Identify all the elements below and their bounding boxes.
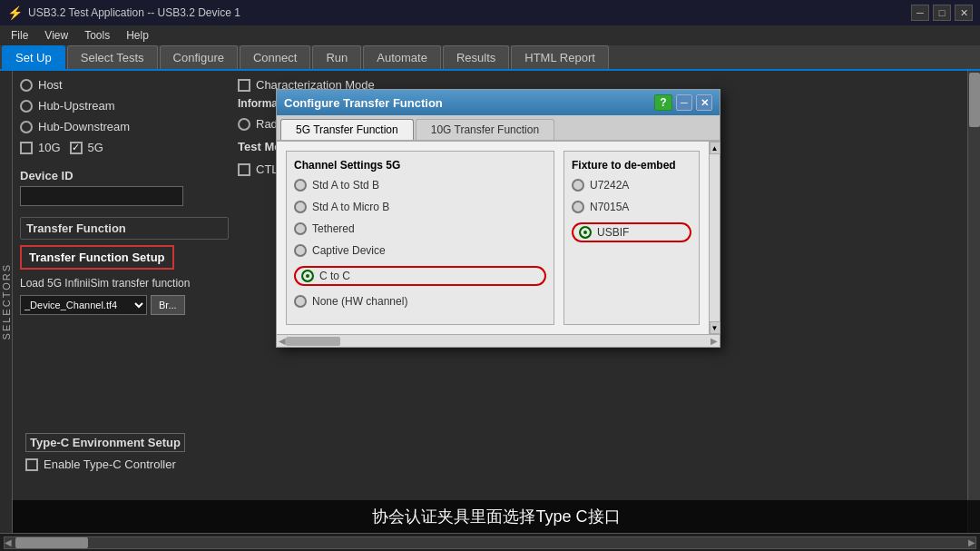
radio-captive-device bbox=[294, 244, 307, 257]
modal-body-wrapper: Channel Settings 5G Std A to Std B Std A… bbox=[277, 142, 720, 334]
radio-usbif bbox=[579, 226, 592, 239]
fixture-option-n7015a[interactable]: N7015A bbox=[572, 201, 691, 213]
horizontal-scrollbar[interactable]: ◀ ▶ bbox=[4, 536, 976, 549]
label-usbif: USBIF bbox=[597, 226, 629, 239]
titlebar: ⚡ USB3.2 Test Application -- USB3.2 Devi… bbox=[0, 0, 980, 25]
radio-none bbox=[294, 295, 307, 308]
modal-scroll-track bbox=[710, 154, 720, 321]
minimize-window-btn[interactable]: ─ bbox=[911, 5, 929, 21]
app-icon: ⚡ bbox=[7, 5, 23, 20]
tab-html-report[interactable]: HTML Report bbox=[511, 45, 609, 69]
menu-file[interactable]: File bbox=[4, 27, 35, 44]
tab-setup[interactable]: Set Up bbox=[2, 45, 65, 69]
window-title: USB3.2 Test Application -- USB3.2 Device… bbox=[28, 6, 906, 19]
modal-close-btn[interactable]: ✕ bbox=[696, 94, 712, 111]
label-n7015a: N7015A bbox=[590, 201, 629, 213]
modal-hscroll-thumb bbox=[286, 337, 340, 346]
maximize-window-btn[interactable]: □ bbox=[933, 5, 951, 21]
modal-hscroll-right-btn[interactable]: ▶ bbox=[710, 336, 718, 346]
modal-scrollbar[interactable]: ▲ ▼ bbox=[709, 142, 720, 334]
modal-dialog: Configure Transfer Function ? ─ ✕ 5G Tra… bbox=[276, 89, 720, 348]
menu-tools[interactable]: Tools bbox=[77, 27, 117, 44]
modal-scroll-up-btn[interactable]: ▲ bbox=[710, 142, 720, 154]
window-controls: ─ □ ✕ bbox=[911, 5, 973, 21]
radio-n7015a bbox=[572, 201, 584, 213]
fixture-title: Fixture to de-embed bbox=[572, 159, 691, 172]
channel-option-tethered[interactable]: Tethered bbox=[294, 222, 546, 235]
fixture-option-u7242a[interactable]: U7242A bbox=[572, 179, 691, 192]
menu-view[interactable]: View bbox=[37, 27, 75, 44]
channel-option-captive-device[interactable]: Captive Device bbox=[294, 244, 546, 257]
hscroll-thumb bbox=[15, 537, 88, 548]
label-captive-device: Captive Device bbox=[312, 244, 386, 257]
radio-std-a-micro-b bbox=[294, 201, 307, 213]
radio-u7242a bbox=[572, 179, 584, 192]
channel-option-none[interactable]: None (HW channel) bbox=[294, 295, 546, 308]
bottom-bar: ◀ ▶ bbox=[0, 533, 980, 551]
radio-std-a-std-b bbox=[294, 179, 307, 192]
modal-bottom-scrollbar[interactable]: ◀ ▶ bbox=[277, 334, 720, 347]
label-std-a-std-b: Std A to Std B bbox=[312, 179, 379, 192]
hscroll-left-btn[interactable]: ◀ bbox=[5, 537, 12, 547]
tab-select-tests[interactable]: Select Tests bbox=[67, 45, 158, 69]
fixture-col: Fixture to de-embed U7242A N7015A bbox=[564, 151, 700, 325]
label-u7242a: U7242A bbox=[590, 179, 629, 192]
label-tethered: Tethered bbox=[312, 222, 355, 235]
modal-body: Channel Settings 5G Std A to Std B Std A… bbox=[277, 142, 709, 334]
channel-settings-col: Channel Settings 5G Std A to Std B Std A… bbox=[286, 151, 554, 325]
label-std-a-micro-b: Std A to Micro B bbox=[312, 201, 389, 213]
modal-minimize-btn[interactable]: ─ bbox=[676, 94, 692, 111]
tab-run[interactable]: Run bbox=[312, 45, 361, 69]
modal-tab-5g[interactable]: 5G Transfer Function bbox=[280, 119, 414, 140]
menubar: File View Tools Help bbox=[0, 25, 980, 45]
modal-tab-10g[interactable]: 10G Transfer Function bbox=[416, 119, 554, 140]
channel-option-std-a-std-b[interactable]: Std A to Std B bbox=[294, 179, 546, 192]
channel-settings-title: Channel Settings 5G bbox=[294, 159, 546, 172]
modal-title: Configure Transfer Function bbox=[284, 96, 443, 110]
channel-option-c-to-c[interactable]: C to C bbox=[294, 266, 546, 286]
radio-tethered bbox=[294, 222, 307, 235]
tab-configure[interactable]: Configure bbox=[160, 45, 238, 69]
modal-scroll-down-btn[interactable]: ▼ bbox=[710, 321, 720, 334]
channel-option-std-a-micro-b[interactable]: Std A to Micro B bbox=[294, 201, 546, 213]
tab-automate[interactable]: Automate bbox=[363, 45, 441, 69]
modal-hscroll-left-btn[interactable]: ◀ bbox=[279, 336, 286, 346]
radio-c-to-c bbox=[301, 270, 314, 282]
modal-tabbar: 5G Transfer Function 10G Transfer Functi… bbox=[277, 115, 720, 142]
modal-titlebar: Configure Transfer Function ? ─ ✕ bbox=[277, 90, 720, 115]
content-panel: Host Hub-Upstream Hub-Downstream 10G ✓ bbox=[13, 71, 980, 533]
modal-overlay: Configure Transfer Function ? ─ ✕ 5G Tra… bbox=[13, 71, 980, 533]
close-window-btn[interactable]: ✕ bbox=[955, 5, 973, 21]
side-label: SELECTORS bbox=[1, 263, 12, 339]
modal-controls: ? ─ ✕ bbox=[654, 94, 712, 111]
side-strip: SELECTORS bbox=[0, 71, 13, 533]
menu-help[interactable]: Help bbox=[119, 27, 156, 44]
label-none: None (HW channel) bbox=[312, 295, 407, 308]
tabbar: Set Up Select Tests Configure Connect Ru… bbox=[0, 45, 980, 71]
main-area: SELECTORS Host Hub-Upstream Hub-Downstre… bbox=[0, 71, 980, 533]
modal-help-btn[interactable]: ? bbox=[654, 94, 672, 111]
hscroll-right-btn[interactable]: ▶ bbox=[968, 537, 975, 547]
fixture-option-usbif[interactable]: USBIF bbox=[572, 222, 691, 242]
tab-connect[interactable]: Connect bbox=[240, 45, 310, 69]
tab-results[interactable]: Results bbox=[443, 45, 509, 69]
label-c-to-c: C to C bbox=[319, 270, 350, 282]
